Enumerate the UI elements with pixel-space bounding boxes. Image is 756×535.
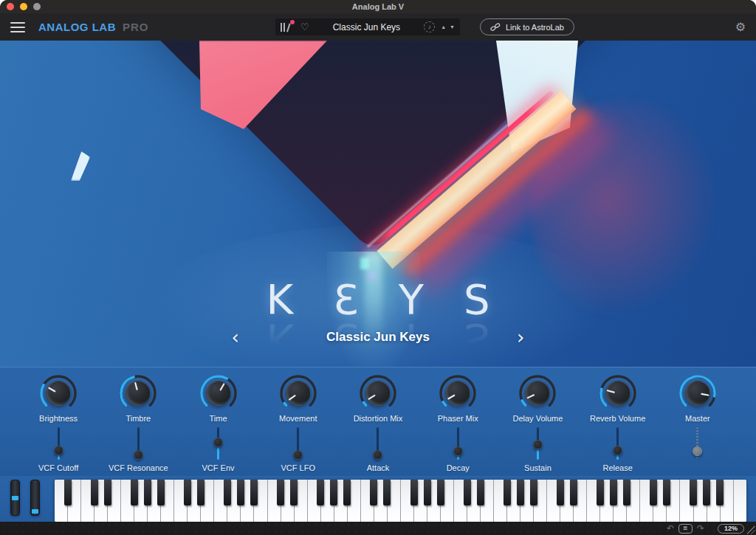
piano-key-black[interactable] xyxy=(716,480,724,505)
knob-label: Timbre xyxy=(126,414,151,423)
library-icon[interactable] xyxy=(281,22,293,32)
knob-timbre[interactable] xyxy=(118,373,158,413)
piano-key-black[interactable] xyxy=(410,480,418,505)
previous-preset-chevron[interactable]: ‹ xyxy=(232,328,239,347)
current-preset-name[interactable]: Classic Jun Keys xyxy=(297,330,459,345)
mod-wheel[interactable] xyxy=(30,480,40,516)
undo-icon[interactable]: ↶ xyxy=(667,524,674,533)
pitch-bend-wheel[interactable] xyxy=(10,480,20,516)
slider-label: VCF LFO xyxy=(281,463,315,474)
close-button[interactable] xyxy=(7,3,14,10)
preset-name-field[interactable]: Classic Jun Keys xyxy=(309,22,424,32)
control-column: Phaser MixDecay xyxy=(418,367,498,476)
slider-vcf-env[interactable] xyxy=(213,427,223,460)
knob-movement[interactable] xyxy=(278,373,318,413)
knob-time[interactable] xyxy=(199,373,238,413)
piano-key-black[interactable] xyxy=(504,480,511,505)
piano-key-black[interactable] xyxy=(237,480,244,505)
piano-key-black[interactable] xyxy=(157,480,165,505)
piano-key-black[interactable] xyxy=(464,480,471,505)
cover-art-stage: KƐYS KƐYS ‹ Classic Jun Keys › xyxy=(0,41,756,367)
piano-key-black[interactable] xyxy=(104,480,111,505)
piano-key-black[interactable] xyxy=(570,480,577,505)
piano-key-black[interactable] xyxy=(437,480,444,505)
slider-handle[interactable] xyxy=(373,450,382,460)
piano-key-black[interactable] xyxy=(131,480,138,505)
slider-handle[interactable] xyxy=(453,446,463,456)
piano-key-black[interactable] xyxy=(184,480,191,505)
hamburger-menu-icon[interactable] xyxy=(10,22,25,32)
slider-vcf-cutoff[interactable] xyxy=(54,427,63,460)
brand-pro-label: PRO xyxy=(123,21,149,33)
piano-key-black[interactable] xyxy=(91,480,98,505)
piano-key-black[interactable] xyxy=(650,480,657,505)
piano-key-black[interactable] xyxy=(343,480,351,505)
gear-icon[interactable]: ⚙ xyxy=(735,21,746,33)
piano-key-black[interactable] xyxy=(690,480,697,505)
slider-handle[interactable] xyxy=(613,446,622,455)
cpu-meter: 12% xyxy=(718,524,744,534)
shuffle-preset-icon[interactable]: ♪ xyxy=(424,21,435,32)
previous-preset-arrow[interactable]: ▲ xyxy=(441,24,446,30)
piano-key-black[interactable] xyxy=(64,480,72,505)
zoom-button[interactable] xyxy=(33,3,41,10)
next-preset-arrow[interactable]: ▼ xyxy=(450,24,455,30)
knob-reverb-volume[interactable] xyxy=(598,373,638,413)
piano-key-black[interactable] xyxy=(477,480,484,505)
knob-delay-volume[interactable] xyxy=(518,373,557,413)
piano-key-black[interactable] xyxy=(517,480,524,505)
piano-key-black[interactable] xyxy=(557,480,564,505)
slider-vcf-lfo[interactable] xyxy=(293,427,303,460)
piano-key-white[interactable] xyxy=(734,480,746,522)
piano-key-black[interactable] xyxy=(330,480,337,505)
link-to-astrolab-button[interactable]: Link to AstroLab xyxy=(480,18,574,35)
knob-label: Time xyxy=(210,414,227,423)
slider-label: Attack xyxy=(367,463,390,474)
control-column: MovementVCF LFO xyxy=(258,367,338,476)
piano-key-black[interactable] xyxy=(623,480,630,505)
knob-label: Brightness xyxy=(39,414,78,423)
link-icon xyxy=(490,22,501,32)
minimize-button[interactable] xyxy=(20,3,27,10)
preset-navigator: ‹ Classic Jun Keys › xyxy=(0,328,756,347)
history-menu-button[interactable]: ≡ xyxy=(678,524,693,534)
piano-key-black[interactable] xyxy=(370,480,377,505)
piano-key-black[interactable] xyxy=(383,480,391,505)
slider-release[interactable] xyxy=(613,427,622,460)
slider-handle[interactable] xyxy=(213,438,223,447)
piano-key-black[interactable] xyxy=(424,480,431,505)
slider-handle[interactable] xyxy=(533,440,543,449)
piano-key-black[interactable] xyxy=(144,480,151,505)
slider-handle[interactable] xyxy=(293,450,303,460)
control-column: BrightnessVCF Cutoff xyxy=(18,367,98,476)
knob-master[interactable] xyxy=(678,373,718,413)
slider-decay[interactable] xyxy=(453,427,463,460)
piano-key-black[interactable] xyxy=(277,480,284,505)
piano-key-black[interactable] xyxy=(317,480,324,505)
slider-handle[interactable] xyxy=(54,446,63,455)
resize-grip[interactable] xyxy=(747,526,755,534)
piano-key-black[interactable] xyxy=(663,480,670,505)
piano-key-black[interactable] xyxy=(703,480,710,505)
slider-sustain[interactable] xyxy=(533,427,543,460)
piano-key-black[interactable] xyxy=(530,480,537,505)
piano-key-black[interactable] xyxy=(610,480,617,505)
piano-key-black[interactable] xyxy=(597,480,604,505)
slider-attack[interactable] xyxy=(373,427,382,460)
piano-key-black[interactable] xyxy=(224,480,231,505)
knob-phaser-mix[interactable] xyxy=(438,373,478,413)
redo-icon[interactable]: ↷ xyxy=(697,524,704,533)
slider-label: VCF Cutoff xyxy=(38,463,78,474)
next-preset-chevron[interactable]: › xyxy=(517,328,524,347)
knob-brightness[interactable] xyxy=(38,373,78,413)
slider-handle[interactable] xyxy=(134,450,143,460)
heart-icon[interactable]: ♡ xyxy=(300,22,309,32)
piano-key-black[interactable] xyxy=(290,480,298,505)
piano-key-black[interactable] xyxy=(250,480,258,505)
slider-unassigned xyxy=(693,427,702,460)
control-column: Distortion MixAttack xyxy=(338,367,418,476)
knob-distortion-mix[interactable] xyxy=(358,373,398,413)
knob-label: Distortion Mix xyxy=(354,414,403,423)
piano-key-black[interactable] xyxy=(197,480,205,505)
slider-vcf-resonance[interactable] xyxy=(134,427,143,460)
